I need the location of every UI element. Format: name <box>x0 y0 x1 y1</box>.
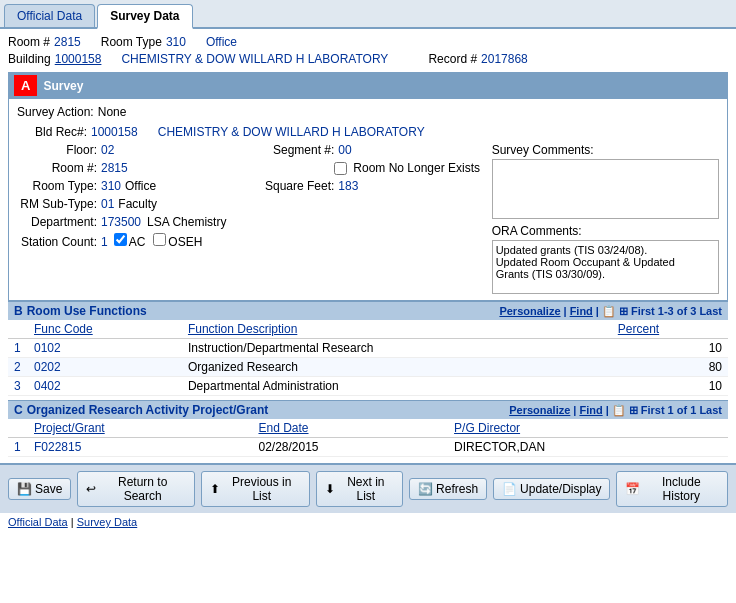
tab-official-data[interactable]: Official Data <box>4 4 95 27</box>
col-func-code[interactable]: Func Code <box>28 320 182 339</box>
ora-table: Project/Grant End Date P/G Director 1 F0… <box>8 419 728 457</box>
top-info-row2: Building 1000158 CHEMISTRY & DOW WILLARD… <box>8 52 728 66</box>
refresh-icon: 🔄 <box>418 482 433 496</box>
ora-grid-icon[interactable]: ⊞ <box>629 404 638 417</box>
survey-body: Survey Action: None Bld Rec#: 1000158 CH… <box>8 99 728 301</box>
room-type-value: 310 <box>166 35 186 49</box>
room-type-val-s: 310 <box>101 179 121 193</box>
percent: 80 <box>612 358 728 377</box>
bld-rec-value: 1000158 <box>91 125 138 139</box>
organized-research-header: C Organized Research Activity Project/Gr… <box>8 400 728 419</box>
survey-comments-textarea[interactable] <box>492 159 719 219</box>
col-func-desc[interactable]: Function Description <box>182 320 612 339</box>
oseh-checkbox[interactable] <box>153 233 166 246</box>
return-search-icon: ↩ <box>86 482 96 496</box>
top-info-row1: Room # 2815 Room Type 310 Office <box>8 35 728 49</box>
col-num-ru <box>8 320 28 339</box>
room-label: Room # <box>8 35 50 49</box>
row-num: 1 <box>8 339 28 358</box>
ora-comments-block: ORA Comments: Updated grants (TIS 03/24/… <box>492 224 719 294</box>
func-desc: Organized Research <box>182 358 612 377</box>
ora-find[interactable]: Find <box>579 404 602 416</box>
ora-title: C Organized Research Activity Project/Gr… <box>14 403 268 417</box>
footer-survey-data[interactable]: Survey Data <box>77 516 138 528</box>
table-row: 1 0102 Instruction/Departmental Research… <box>8 339 728 358</box>
grid-icon[interactable]: ⊞ <box>619 305 628 318</box>
next-button[interactable]: ⬇ Next in List <box>316 471 403 507</box>
room-type-label-s: Room Type: <box>17 179 97 193</box>
func-code: 0102 <box>28 339 182 358</box>
toolbar: 💾 Save ↩ Return to Search ⬆ Previous in … <box>0 463 736 513</box>
percent: 10 <box>612 339 728 358</box>
oseh-label: OSEH <box>168 235 202 249</box>
func-code: 0202 <box>28 358 182 377</box>
save-button[interactable]: 💾 Save <box>8 478 71 500</box>
room-use-nav-info: First 1-3 of 3 Last <box>631 305 722 317</box>
rm-sub-type-row: RM Sub-Type: 01 Faculty <box>17 197 244 211</box>
col-num-ora <box>8 419 28 438</box>
row-num: 3 <box>8 377 28 396</box>
room-num-value: 2815 <box>101 161 128 175</box>
save-label: Save <box>35 482 62 496</box>
view-icon[interactable]: 📋 <box>602 305 616 318</box>
previous-label: Previous in List <box>223 475 301 503</box>
refresh-label: Refresh <box>436 482 478 496</box>
footer-links: Official Data | Survey Data <box>0 513 736 531</box>
previous-icon: ⬆ <box>210 482 220 496</box>
ora-title-text: Organized Research Activity Project/Gran… <box>27 403 269 417</box>
update-display-button[interactable]: 📄 Update/Display <box>493 478 610 500</box>
room-type-name-s: Office <box>125 179 156 193</box>
ora-badge: C <box>14 403 23 417</box>
percent: 10 <box>612 377 728 396</box>
room-use-badge: B <box>14 304 23 318</box>
update-display-label: Update/Display <box>520 482 601 496</box>
room-use-table: Func Code Function Description Percent 1… <box>8 320 728 396</box>
building-value[interactable]: 1000158 <box>55 52 102 66</box>
room-no-longer-label: Room No Longer Exists <box>353 161 480 175</box>
rm-sub-type-name: Faculty <box>118 197 157 211</box>
survey-section-header: A Survey <box>8 72 728 99</box>
bld-rec-row: Bld Rec#: 1000158 CHEMISTRY & DOW WILLAR… <box>17 125 719 139</box>
return-search-button[interactable]: ↩ Return to Search <box>77 471 195 507</box>
bld-rec-label: Bld Rec#: <box>17 125 87 139</box>
floor-label: Floor: <box>17 143 97 157</box>
ora-view-icon[interactable]: 📋 <box>612 404 626 417</box>
survey-badge: A <box>14 75 37 96</box>
ac-checkbox[interactable] <box>114 233 127 246</box>
include-history-label: Include History <box>643 475 719 503</box>
building-label: Building <box>8 52 51 66</box>
include-history-icon: 📅 <box>625 482 640 496</box>
row-num: 1 <box>8 438 28 457</box>
survey-right-col: Survey Comments: ORA Comments: Updated g… <box>492 143 719 294</box>
department-label: Department: <box>17 215 97 229</box>
include-history-button[interactable]: 📅 Include History <box>616 471 728 507</box>
square-feet-value: 183 <box>338 179 358 193</box>
room-value: 2815 <box>54 35 81 49</box>
table-row: 3 0402 Departmental Administration 10 <box>8 377 728 396</box>
building-name: CHEMISTRY & DOW WILLARD H LABORATORY <box>121 52 388 66</box>
tab-survey-data[interactable]: Survey Data <box>97 4 192 29</box>
room-use-find[interactable]: Find <box>570 305 593 317</box>
rm-sub-type-label: RM Sub-Type: <box>17 197 97 211</box>
ora-nav: Personalize | Find | 📋 ⊞ First 1 of 1 La… <box>509 404 722 417</box>
floor-value: 02 <box>101 143 114 157</box>
col-pg-director[interactable]: P/G Director <box>448 419 728 438</box>
room-type-label: Room Type <box>101 35 162 49</box>
col-percent[interactable]: Percent <box>612 320 728 339</box>
station-count-row: Station Count: 1 AC OSEH <box>17 233 244 249</box>
room-num-label: Room #: <box>17 161 97 175</box>
ora-personalize[interactable]: Personalize <box>509 404 570 416</box>
next-icon: ⬇ <box>325 482 335 496</box>
project-grant: F022815 <box>28 438 252 457</box>
room-use-personalize[interactable]: Personalize <box>499 305 560 317</box>
room-no-longer-checkbox[interactable] <box>334 162 347 175</box>
refresh-button[interactable]: 🔄 Refresh <box>409 478 487 500</box>
square-feet-row: Square Feet: 183 <box>254 179 481 193</box>
station-count-label: Station Count: <box>17 235 97 249</box>
col-project-grant[interactable]: Project/Grant <box>28 419 252 438</box>
col-end-date[interactable]: End Date <box>252 419 448 438</box>
previous-button[interactable]: ⬆ Previous in List <box>201 471 310 507</box>
room-num-row: Room #: 2815 <box>17 161 244 175</box>
table-row: 1 F022815 02/28/2015 DIRECTOR,DAN <box>8 438 728 457</box>
footer-official-data[interactable]: Official Data <box>8 516 68 528</box>
